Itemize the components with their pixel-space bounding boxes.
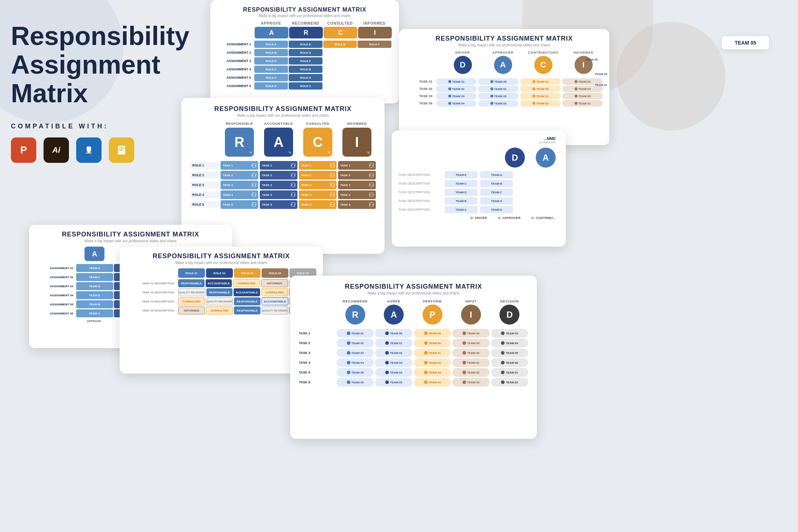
table-row: ROLE 1 TASK 1 ✓ TASK 1 ✓ TASK 1 ✓ TASK 1…: [190, 161, 376, 170]
keynote-icon: [76, 137, 102, 163]
card2-title: RESPONSIBILITY ASSIGNMENT MATRIX: [406, 35, 603, 42]
card-arci-top: RESPONSIBILITY ASSIGNMENT MATRIX Make a …: [210, 0, 399, 103]
role-01-header: ROLE 01: [178, 268, 205, 278]
table-row: ASSIGNMENT 6 ROLE E ROLE C: [218, 82, 392, 90]
letter-c: C: [324, 27, 357, 38]
svg-rect-6: [119, 149, 124, 149]
card3-title: RESPONSIBILITY ASSIGNMENT MATRIX: [190, 105, 376, 113]
table-row: TASK DESCRIPTION TEAM E TEAM A: [398, 171, 559, 178]
card1-table: ASSIGNMENT 1 ROLE A ROLE E ROLE B ROLE F…: [218, 41, 392, 90]
card1-title: RESPONSIBILITY ASSIGNMENT MATRIX: [218, 7, 392, 13]
table-row: TASK 01 TEAM 01 TEAM 05 TEAM 04 TEAM 03: [406, 78, 603, 85]
compatible-label: COMPATIBLE WITH:: [11, 123, 185, 130]
table-row: TASK 5 TEAM 05 TEAM 04 TEAM 03 TEAM 02 T…: [299, 368, 528, 377]
card5-header: ROLE 01 ROLE 02 ROLE 03 ROLE 04 ROLE 05: [126, 268, 316, 278]
card7-subtitle: Make a big impact with our professional …: [299, 291, 528, 295]
team05-big: TEAM 05: [727, 40, 764, 46]
app-icons-row: P Ai: [11, 137, 185, 163]
table-row: ASSIGNMENT 5 ROLE F ROLE D: [218, 74, 392, 81]
card4-title: RESPONSIBILITY ASSIGNMENT MATRIX: [36, 231, 226, 238]
table-row: ROLE 5 TASK 5 ✓ TASK 5 ✓ TASK 5 ✓ TASK 5…: [190, 200, 376, 209]
a-circle-container: A: [536, 148, 556, 168]
svg-rect-7: [119, 150, 123, 151]
col-informed: INFORMED: [357, 21, 392, 25]
svg-rect-5: [119, 147, 124, 148]
card6-header: D A: [398, 148, 559, 168]
card1-subtitle: Make a big impact with our professional …: [218, 14, 392, 18]
card-rapid: RESPONSIBILITY ASSIGNMENT MATRIX Make a …: [290, 276, 537, 439]
card3-rows: ROLE 1 TASK 1 ✓ TASK 1 ✓ TASK 1 ✓ TASK 1…: [190, 161, 376, 209]
card6-table: TASK DESCRIPTION TEAM E TEAM A TASK DESC…: [398, 171, 559, 213]
col-consulted: CONSULTED: [323, 21, 357, 25]
letter-i: I: [358, 27, 392, 38]
table-row: ROLE 4 TASK 4 ✓ TASK 4 ✓ TASK 4 ✓ TASK 4…: [190, 190, 376, 199]
table-row: TASK 04 DESCRIPTION INFORMED CONSULTED R…: [126, 306, 316, 314]
title-area: Responsibility Assignment Matrix COMPATI…: [11, 22, 185, 163]
card6-footer: D: DRIVER A: APPROVER C: CONTRIBU...: [398, 216, 559, 220]
col-accountable: ACCOUNTABLE A: [260, 122, 297, 159]
main-title: Responsibility Assignment Matrix: [11, 22, 185, 108]
card6-subtitle: ...al slides and: [398, 141, 559, 144]
col-consulted: CONSULTED C: [299, 122, 337, 159]
table-row: ASSIGNMENT 1 ROLE A ROLE E ROLE B ROLE F: [218, 41, 392, 48]
col-approve: APPROVE: [254, 21, 288, 25]
table-row: ASSIGNMENT 4 ROLE C ROLE B: [218, 66, 392, 73]
svg-rect-3: [86, 153, 92, 153]
card6-partial-label: ...NME: [398, 136, 559, 141]
letter-a: A: [255, 27, 288, 38]
card4-col-a: A: [76, 247, 113, 263]
card7-header: RECOMMEND R AGREE A PERFORM P INPUT I DE…: [299, 300, 528, 326]
col-recommend: RECOMMEND: [288, 21, 323, 25]
col-informed: INFORMED I: [338, 122, 376, 159]
card5-subtitle: Make a big impact with our professional …: [126, 261, 316, 265]
google-slides-icon: [109, 137, 134, 163]
table-row: TASK 02 TEAM 02 TEAM 01 TEAM 05 TEAM 04: [406, 86, 603, 92]
col-responsible: RESPONSIBLE R: [221, 122, 258, 159]
table-row: TASK 1 TEAM 01 TEAM 06 TEAM 05 TEAM 04 T…: [299, 329, 528, 338]
role-03-header: ROLE 03: [234, 268, 261, 278]
rapid-recommend: RECOMMEND R: [337, 300, 374, 326]
table-row: TASK 03 TEAM 03 TEAM 02 TEAM 01 TEAM 05: [406, 93, 603, 99]
rapid-perform: PERFORM P: [414, 300, 451, 326]
card-daci: RESPONSIBILITY ASSIGNMENT MATRIX Make a …: [399, 29, 609, 145]
rapid-agree: AGREE A: [375, 300, 412, 326]
team05-big-label: TEAM 05: [585, 58, 607, 61]
daci-contributors-col: CONTRIBUTORS C: [524, 51, 563, 75]
card5-rows: TASK 01 DESCRIPTION RESPONSIBLE ACCOUNTA…: [126, 279, 316, 314]
team05-label: TEAM 05: [595, 73, 607, 76]
table-row: TASK 03 DESCRIPTION CONSULTED QUALITY RE…: [126, 297, 316, 305]
role-02-header: ROLE 02: [206, 268, 233, 278]
card2-header: DRIVER D APPROVER A CONTRIBUTORS C INFOR…: [406, 51, 603, 75]
table-row: TASK 04 TEAM 04 TEAM 03 TEAM 02 TEAM 01: [406, 100, 603, 107]
card4-subtitle: Make a big impact with our professional …: [36, 239, 226, 243]
card7-title: RESPONSIBILITY ASSIGNMENT MATRIX: [299, 283, 528, 290]
letter-r: R: [289, 27, 323, 38]
table-row: ASSIGNMENT 2 ROLE B ROLE A: [218, 49, 392, 56]
rapid-decision: DECISION D: [491, 300, 528, 326]
card5-title: RESPONSIBILITY ASSIGNMENT MATRIX: [126, 252, 316, 260]
table-row: ASSIGNMENT 3 ROLE D ROLE F: [218, 57, 392, 65]
table-row: TASK 01 DESCRIPTION RESPONSIBLE ACCOUNTA…: [126, 279, 316, 287]
svg-rect-1: [87, 147, 91, 152]
daci-informed-col: INFORMED I: [564, 51, 603, 75]
svg-rect-2: [88, 152, 90, 153]
table-row: TASK 02 DESCRIPTION QUALITY REVIEWER RES…: [126, 288, 316, 296]
powerpoint-icon: P: [11, 137, 36, 163]
team05-highlight-box: TEAM 05: [722, 36, 769, 49]
card2-table: TASK 01 TEAM 01 TEAM 05 TEAM 04 TEAM 03 …: [406, 78, 603, 107]
card1-letters: A R C I: [254, 27, 392, 38]
card7-rows: TASK 1 TEAM 01 TEAM 06 TEAM 05 TEAM 04 T…: [299, 329, 528, 387]
table-row: ROLE 3 TASK 3 ✓ TASK 3 ✓ TASK 3 ✓ TASK 3…: [190, 181, 376, 189]
card2-subtitle: Make a big impact with our professional …: [406, 43, 603, 47]
table-row: TASK 4 TEAM 04 TEAM 03 TEAM 02 TEAM 01 T…: [299, 358, 528, 367]
table-row: TASK 2 TEAM 02 TEAM 01 TEAM 06 TEAM 05 T…: [299, 339, 528, 347]
team01-label: TEAM 01: [595, 83, 607, 87]
card-da-partial: ...NME ...al slides and D A TASK DESCRIP…: [392, 131, 566, 247]
d-circle-container: D: [505, 148, 525, 168]
illustrator-icon: Ai: [44, 137, 69, 163]
table-row: TASK DESCRIPTION TEAM C TEAM B: [398, 180, 559, 187]
role-04-header: ROLE 04: [262, 268, 288, 278]
card1-header: APPROVE RECOMMEND CONSULTED INFORMED: [254, 21, 392, 25]
table-row: TASK DESCRIPTION TEAM D TEAM C: [398, 189, 559, 196]
daci-approver-col: APPROVER A: [484, 51, 522, 75]
